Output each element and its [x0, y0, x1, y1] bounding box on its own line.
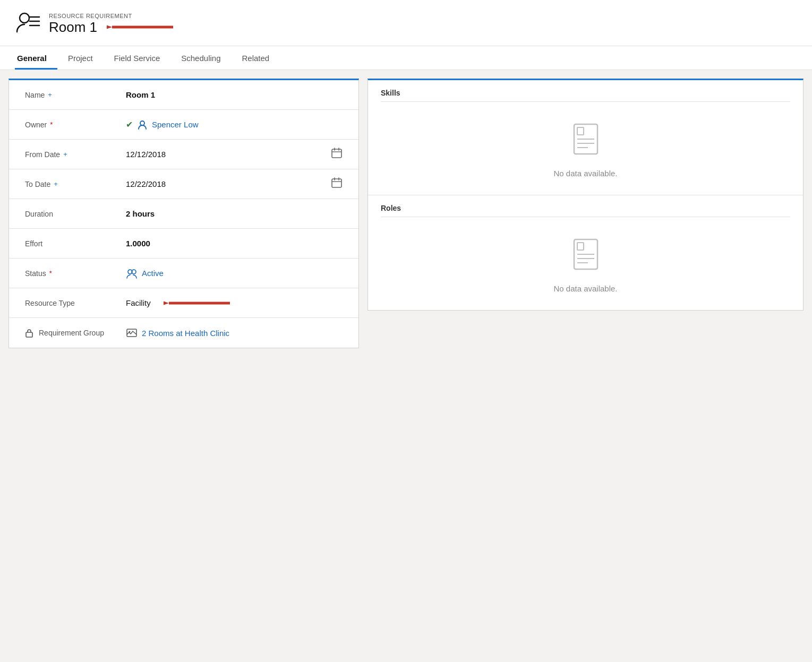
lock-icon — [25, 328, 33, 338]
roles-no-data: No data available. — [381, 223, 790, 304]
req-group-image-icon — [126, 327, 138, 339]
owner-required-indicator: * — [50, 121, 53, 128]
requirement-group-text[interactable]: 2 Rooms at Health Clinic — [142, 329, 229, 338]
roles-no-data-icon — [570, 238, 602, 280]
tab-general[interactable]: General — [15, 46, 57, 70]
tabs-bar: General Project Field Service Scheduling… — [0, 46, 812, 70]
field-to-date-label: To Date + — [25, 180, 126, 188]
resource-type-arrow-icon — [164, 296, 233, 310]
field-duration-row: Duration 2 hours — [9, 199, 358, 229]
header-text-block: RESOURCE REQUIREMENT Room 1 — [49, 13, 176, 36]
svg-point-6 — [140, 121, 144, 125]
roles-section: Roles No data available. — [368, 195, 803, 310]
main-content: Name + Room 1 Owner * ✔ Spencer Low — [0, 70, 812, 357]
field-owner-label: Owner * — [25, 121, 126, 129]
name-required-indicator: + — [48, 91, 52, 99]
page-title: Room 1 — [49, 19, 97, 36]
tab-related[interactable]: Related — [240, 46, 280, 70]
title-arrow-icon — [107, 19, 176, 35]
form-panel: Name + Room 1 Owner * ✔ Spencer Low — [8, 79, 359, 348]
tab-scheduling[interactable]: Scheduling — [179, 46, 231, 70]
skills-no-data: No data available. — [381, 108, 790, 188]
to-date-calendar-icon[interactable] — [331, 177, 343, 191]
from-date-text[interactable]: 12/12/2018 — [126, 150, 327, 159]
status-group-icon — [126, 268, 138, 279]
field-from-date-value: 12/12/2018 — [126, 147, 343, 161]
status-value-text[interactable]: Active — [142, 269, 164, 278]
svg-point-0 — [20, 13, 29, 23]
svg-rect-23 — [577, 127, 584, 135]
skills-no-data-icon — [570, 123, 602, 165]
svg-rect-19 — [26, 332, 32, 337]
field-effort-row: Effort 1.0000 — [9, 229, 358, 259]
from-date-calendar-icon[interactable] — [331, 147, 343, 161]
to-date-required-indicator: + — [54, 180, 58, 188]
field-name-label: Name + — [25, 91, 126, 99]
field-requirement-group-row: Requirement Group 2 Rooms at Health Clin… — [9, 318, 358, 348]
field-duration-value[interactable]: 2 hours — [126, 209, 343, 218]
side-panel: Skills No data available. — [367, 79, 804, 311]
owner-status-check-icon: ✔ — [126, 119, 133, 130]
skills-section: Skills No data available. — [368, 80, 803, 195]
field-duration-label: Duration — [25, 210, 126, 218]
owner-name[interactable]: Spencer Low — [152, 120, 199, 129]
page-header: RESOURCE REQUIREMENT Room 1 — [0, 0, 812, 46]
roles-title: Roles — [381, 204, 790, 217]
field-effort-label: Effort — [25, 239, 126, 248]
field-from-date-row: From Date + 12/12/2018 — [9, 140, 358, 169]
field-from-date-label: From Date + — [25, 150, 126, 159]
header-subtitle: RESOURCE REQUIREMENT — [49, 13, 176, 19]
resource-type-text[interactable]: Facility — [126, 298, 151, 307]
field-resource-type-row: Resource Type Facility — [9, 288, 358, 318]
svg-rect-7 — [332, 149, 341, 158]
field-requirement-group-value: 2 Rooms at Health Clinic — [126, 327, 343, 339]
field-name-value[interactable]: Room 1 — [126, 90, 343, 99]
field-to-date-row: To Date + 12/22/2018 — [9, 169, 358, 199]
owner-person-icon — [137, 119, 148, 130]
resource-requirement-icon — [15, 10, 40, 38]
from-date-required-indicator: + — [63, 150, 67, 158]
field-resource-type-value: Facility — [126, 296, 343, 310]
field-status-label: Status * — [25, 269, 126, 278]
tab-field-service[interactable]: Field Service — [112, 46, 171, 70]
svg-point-21 — [129, 331, 131, 333]
status-required-indicator: * — [49, 269, 52, 277]
field-status-row: Status * Active — [9, 259, 358, 288]
field-owner-value: ✔ Spencer Low — [126, 119, 343, 130]
skills-no-data-text: No data available. — [553, 169, 617, 178]
svg-rect-11 — [332, 179, 341, 187]
field-name-row: Name + Room 1 — [9, 80, 358, 110]
field-to-date-value: 12/22/2018 — [126, 177, 343, 191]
to-date-text[interactable]: 12/22/2018 — [126, 179, 327, 188]
field-requirement-group-label: Requirement Group — [25, 328, 126, 338]
field-status-value: Active — [126, 268, 343, 279]
field-effort-value[interactable]: 1.0000 — [126, 239, 343, 248]
svg-rect-28 — [577, 243, 584, 250]
field-owner-row: Owner * ✔ Spencer Low — [9, 110, 358, 140]
field-resource-type-label: Resource Type — [25, 299, 126, 307]
tab-project[interactable]: Project — [66, 46, 104, 70]
right-panels: Skills No data available. — [367, 79, 804, 311]
skills-title: Skills — [381, 89, 790, 102]
roles-no-data-text: No data available. — [553, 284, 617, 293]
